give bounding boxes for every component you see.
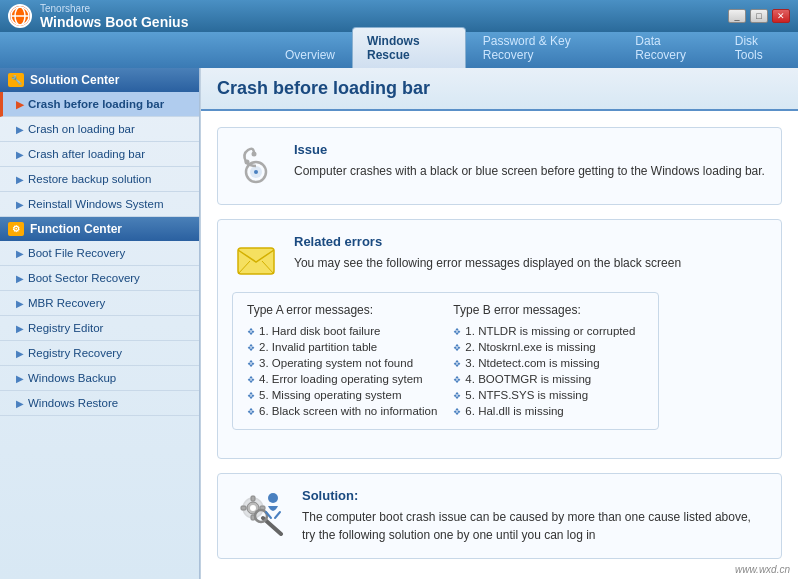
svg-point-6 [252, 152, 257, 157]
svg-rect-12 [251, 496, 255, 501]
window-controls: _ □ ✕ [728, 9, 790, 23]
error-b6: 6. Hal.dll is missing [453, 403, 643, 419]
type-a-column: Type A error messages: 1. Hard disk boot… [247, 303, 437, 419]
svg-point-11 [250, 505, 256, 511]
sidebar-item-label: Reinstall Windows System [28, 198, 163, 210]
tab-windows-rescue[interactable]: Windows Rescue [352, 27, 466, 68]
tab-password-recovery[interactable]: Password & Key Recovery [468, 27, 619, 68]
issue-content: Issue Computer crashes with a black or b… [294, 142, 765, 180]
issue-text: Computer crashes with a black or blue sc… [294, 162, 765, 180]
error-a6: 6. Black screen with no information [247, 403, 437, 419]
company-name: Tenorshare [40, 3, 188, 14]
issue-icon [232, 142, 280, 190]
sidebar-item-crash-after[interactable]: ▶ Crash after loading bar [0, 142, 199, 167]
main-layout: 🔧 Solution Center ▶ Crash before loading… [0, 68, 798, 579]
sidebar-item-label: Crash on loading bar [28, 123, 135, 135]
tab-overview[interactable]: Overview [270, 41, 350, 68]
bullet-icon: ▶ [16, 124, 24, 135]
bullet-icon: ▶ [16, 373, 24, 384]
watermark: www.wxd.cn [735, 564, 790, 575]
sidebar-item-boot-file[interactable]: ▶ Boot File Recovery [0, 241, 199, 266]
error-b5: 5. NTFS.SYS is missing [453, 387, 643, 403]
error-b2: 2. Ntoskrnl.exe is missing [453, 339, 643, 355]
svg-rect-14 [241, 506, 246, 510]
nav-tabs: Overview Windows Rescue Password & Key R… [0, 32, 798, 68]
related-errors-icon [232, 234, 280, 282]
bullet-icon: ▶ [16, 273, 24, 284]
type-b-list: 1. NTLDR is missing or corrupted 2. Ntos… [453, 323, 643, 419]
sidebar-item-label: MBR Recovery [28, 297, 105, 309]
bullet-icon: ▶ [16, 398, 24, 409]
svg-rect-8 [238, 248, 274, 274]
type-b-column: Type B error messages: 1. NTLDR is missi… [453, 303, 643, 419]
sidebar-item-boot-sector[interactable]: ▶ Boot Sector Recovery [0, 266, 199, 291]
solution-center-icon: 🔧 [8, 73, 24, 87]
tab-disk-tools[interactable]: Disk Tools [720, 27, 796, 68]
bullet-icon: ▶ [16, 99, 24, 110]
sidebar-item-label: Crash after loading bar [28, 148, 145, 160]
bullet-icon: ▶ [16, 174, 24, 185]
type-a-title: Type A error messages: [247, 303, 437, 317]
solution-center-header: 🔧 Solution Center [0, 68, 199, 92]
close-button[interactable]: ✕ [772, 9, 790, 23]
function-center-header: ⚙ Function Center [0, 217, 199, 241]
bullet-icon: ▶ [16, 199, 24, 210]
restore-button[interactable]: □ [750, 9, 768, 23]
svg-point-18 [268, 493, 278, 503]
sidebar-item-mbr[interactable]: ▶ MBR Recovery [0, 291, 199, 316]
sidebar-item-label: Registry Editor [28, 322, 103, 334]
error-a3: 3. Operating system not found [247, 355, 437, 371]
error-b1: 1. NTLDR is missing or corrupted [453, 323, 643, 339]
solution-card: Solution: The computer boot crash issue … [217, 473, 782, 559]
issue-card: Issue Computer crashes with a black or b… [217, 127, 782, 205]
bullet-icon: ▶ [16, 149, 24, 160]
sidebar-item-label: Registry Recovery [28, 347, 122, 359]
solution-title: Solution: [302, 488, 767, 503]
solution-content: Solution: The computer boot crash issue … [302, 488, 767, 544]
solution-icon [232, 488, 288, 536]
content-body: Issue Computer crashes with a black or b… [201, 111, 798, 575]
related-errors-title: Related errors [294, 234, 681, 249]
bullet-icon: ▶ [16, 248, 24, 259]
sidebar-item-label: Crash before loading bar [28, 98, 164, 110]
related-errors-content: Related errors You may see the following… [294, 234, 681, 272]
related-errors-header: Related errors You may see the following… [232, 234, 681, 282]
sidebar-item-label: Boot File Recovery [28, 247, 125, 259]
solution-center-label: Solution Center [30, 73, 119, 87]
app-title: Windows Boot Genius [40, 14, 188, 30]
function-center-label: Function Center [30, 222, 122, 236]
minimize-button[interactable]: _ [728, 9, 746, 23]
sidebar-item-restore-backup[interactable]: ▶ Restore backup solution [0, 167, 199, 192]
sidebar-item-registry-recovery[interactable]: ▶ Registry Recovery [0, 341, 199, 366]
related-errors-subtitle: You may see the following error messages… [294, 254, 681, 272]
error-a2: 2. Invalid partition table [247, 339, 437, 355]
type-a-list: 1. Hard disk boot failure 2. Invalid par… [247, 323, 437, 419]
titlebar-text: Tenorshare Windows Boot Genius [40, 3, 188, 30]
svg-point-7 [254, 170, 258, 174]
content-area: Crash before loading bar [200, 68, 798, 579]
related-errors-card: Related errors You may see the following… [217, 219, 782, 459]
titlebar-left: Tenorshare Windows Boot Genius [8, 3, 188, 30]
svg-line-20 [275, 512, 280, 518]
function-center-icon: ⚙ [8, 222, 24, 236]
sidebar-item-label: Windows Backup [28, 372, 116, 384]
sidebar-item-windows-restore[interactable]: ▶ Windows Restore [0, 391, 199, 416]
content-title: Crash before loading bar [201, 68, 798, 111]
sidebar-item-reinstall[interactable]: ▶ Reinstall Windows System [0, 192, 199, 217]
tab-data-recovery[interactable]: Data Recovery [620, 27, 717, 68]
sidebar-item-crash-before[interactable]: ▶ Crash before loading bar [0, 92, 199, 117]
bullet-icon: ▶ [16, 323, 24, 334]
solution-text: The computer boot crash issue can be cau… [302, 508, 767, 544]
sidebar-item-windows-backup[interactable]: ▶ Windows Backup [0, 366, 199, 391]
error-a4: 4. Error loading operating sytem [247, 371, 437, 387]
error-b4: 4. BOOTMGR is missing [453, 371, 643, 387]
bullet-icon: ▶ [16, 348, 24, 359]
sidebar-item-label: Windows Restore [28, 397, 118, 409]
sidebar-item-registry-editor[interactable]: ▶ Registry Editor [0, 316, 199, 341]
error-b3: 3. Ntdetect.com is missing [453, 355, 643, 371]
bullet-icon: ▶ [16, 298, 24, 309]
sidebar-item-crash-on[interactable]: ▶ Crash on loading bar [0, 117, 199, 142]
error-a1: 1. Hard disk boot failure [247, 323, 437, 339]
sidebar-item-label: Boot Sector Recovery [28, 272, 140, 284]
error-columns: Type A error messages: 1. Hard disk boot… [232, 292, 659, 430]
